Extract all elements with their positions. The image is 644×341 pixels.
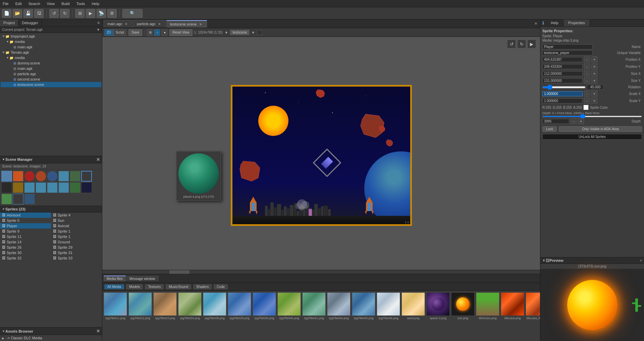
reset-view-btn[interactable]: Reset View bbox=[169, 29, 192, 36]
scene-thumb-16[interactable] bbox=[1, 194, 12, 204]
asteroid-top-center[interactable] bbox=[315, 89, 325, 100]
asset-rpgtile041[interactable]: rpgTile041.png bbox=[302, 292, 326, 340]
sprite-item-sprite5[interactable]: 🖼Sprite 5 bbox=[0, 218, 51, 223]
tree-item-tmpproject[interactable]: ▼ 📁 tmpproject.agk bbox=[1, 34, 101, 39]
tab-debugger[interactable]: Debugger bbox=[18, 19, 42, 27]
tab-project[interactable]: Project bbox=[0, 19, 18, 27]
filter-models[interactable]: Models bbox=[126, 284, 143, 289]
asteroid-small-1[interactable] bbox=[379, 126, 386, 133]
scene-thumb-1[interactable] bbox=[13, 171, 23, 182]
asset-rpgtile012[interactable]: rpgTile012.png bbox=[128, 292, 152, 340]
scene-thumb-2[interactable] bbox=[24, 171, 35, 182]
prop-depth-slider[interactable] bbox=[542, 116, 642, 117]
menu-tools[interactable]: Tools bbox=[75, 1, 87, 6]
scene-tab-main[interactable]: main.agc ✕ bbox=[104, 20, 132, 27]
sprite-item-astroid[interactable]: 🖼Astroid bbox=[51, 223, 102, 229]
rocket-left[interactable] bbox=[248, 196, 258, 215]
prop-scale-y-inc[interactable]: + bbox=[591, 98, 597, 104]
open-button[interactable]: 📂 bbox=[13, 9, 22, 18]
sprite-item-player[interactable]: 🖼Player bbox=[0, 223, 51, 229]
scene-thumb-17[interactable] bbox=[13, 194, 23, 204]
sprite-item-sprite14[interactable]: 🖼Sprite 14 bbox=[0, 239, 51, 245]
scene-dropdown2-icon[interactable]: ▼ bbox=[251, 31, 255, 35]
sprite-item-sprite32[interactable]: 🖼Sprite 32 bbox=[0, 255, 51, 261]
sprite-item-sprite31[interactable]: 🖼Sprite 31 bbox=[51, 250, 102, 255]
assets-tab-message[interactable]: Message window bbox=[126, 276, 158, 281]
tree-item-testscene[interactable]: ⊞ testscene.scene bbox=[1, 82, 101, 87]
filter-shaders[interactable]: Shaders bbox=[193, 284, 212, 289]
prop-depth-input[interactable] bbox=[542, 119, 569, 124]
undo-button[interactable]: ↺ bbox=[49, 9, 59, 18]
prop-name-input[interactable] bbox=[542, 44, 593, 49]
scene-manager-close[interactable]: ✕ bbox=[96, 157, 100, 162]
asset-rpgtile046[interactable]: rpgTile046.png bbox=[377, 292, 400, 340]
prop-size-y-dec[interactable]: - bbox=[584, 78, 590, 84]
sprite-item-sprite26[interactable]: 🖼Sprite 26 bbox=[0, 245, 51, 250]
redo-viewport-btn[interactable]: ↻ bbox=[517, 40, 526, 48]
scene-tab-testscene[interactable]: testscene.scene ✕ bbox=[166, 20, 207, 28]
prop-size-x-dec[interactable]: - bbox=[584, 70, 590, 77]
broadcast-button[interactable]: 📡 bbox=[97, 9, 106, 18]
scene-thumb-7[interactable] bbox=[81, 171, 92, 182]
sprite-item-sprite1b[interactable]: 🖼Sprite 1 bbox=[51, 234, 102, 239]
prop-pos-x-dec[interactable]: - bbox=[584, 56, 590, 62]
asset-rpgtile029[interactable]: rpgTile029.png bbox=[228, 292, 251, 340]
sprite-item-sun[interactable]: 🖼Sun bbox=[51, 218, 102, 223]
assets-browser-root[interactable]: ▶ -> Classic DLC Media bbox=[0, 335, 102, 341]
scene-color-swatch[interactable] bbox=[257, 30, 262, 35]
asset-rpgtile028[interactable]: rpgTile028.png bbox=[203, 292, 226, 340]
filter-code[interactable]: Code bbox=[214, 284, 228, 289]
asset-rpgtile044[interactable]: rpgTile044.png bbox=[327, 292, 351, 340]
sprite-item-ground[interactable]: 🖼Ground bbox=[51, 239, 102, 245]
scene-thumb-18[interactable] bbox=[24, 194, 35, 204]
assets-tab-media[interactable]: Media files bbox=[104, 276, 126, 281]
scene-tab-particle-close[interactable]: ✕ bbox=[157, 22, 162, 26]
scene-thumb-12[interactable] bbox=[47, 182, 58, 193]
asset-rpgtile024[interactable]: rpgTile024.png bbox=[178, 292, 202, 340]
menu-build[interactable]: Build bbox=[60, 1, 71, 6]
prop-size-x-inc[interactable]: + bbox=[591, 70, 597, 77]
sprite-item-sprite33[interactable]: 🖼Sprite 33 bbox=[51, 255, 102, 261]
scene-thumb-13[interactable] bbox=[58, 182, 69, 193]
project-panel-close[interactable]: ✕ bbox=[95, 19, 102, 27]
tree-item-media2[interactable]: ▼ 📁 media bbox=[1, 55, 101, 60]
scene-hscroll-thumb[interactable] bbox=[169, 270, 190, 274]
asset-rpgtile011[interactable]: rpgTile011.png bbox=[104, 292, 127, 340]
asset-space3[interactable]: space-3.png bbox=[426, 292, 450, 340]
prop-depth-dec[interactable]: - bbox=[571, 118, 577, 124]
prop-pos-y-dec[interactable]: - bbox=[584, 63, 590, 69]
scene-canvas[interactable]: 1:1 bbox=[231, 85, 412, 226]
menu-file[interactable]: File bbox=[1, 1, 10, 6]
scene-thumb-8[interactable] bbox=[1, 182, 12, 193]
asset-sand[interactable]: sand.png bbox=[401, 292, 425, 340]
filter-all-media[interactable]: All Media bbox=[104, 284, 124, 289]
prop-depth-inc[interactable]: + bbox=[578, 118, 584, 124]
prop-scale-x-input[interactable] bbox=[542, 91, 583, 96]
prop-color-swatch[interactable] bbox=[583, 105, 589, 110]
prop-size-x-input[interactable] bbox=[542, 71, 583, 76]
asset-rpgtile030[interactable]: rpgTile030.png bbox=[253, 292, 276, 340]
scene-hscrollbar[interactable] bbox=[102, 270, 540, 274]
scene-tab-main-close[interactable]: ✕ bbox=[123, 22, 129, 26]
tree-item-dummy[interactable]: ⊞ dummy.scene bbox=[1, 60, 101, 66]
scene-thumb-11[interactable] bbox=[36, 182, 46, 193]
play-viewport-btn[interactable]: ▶ bbox=[527, 40, 536, 48]
scene-viewport[interactable]: planet-4.png (273,273) bbox=[102, 37, 540, 274]
saveas-button[interactable]: 🖫 bbox=[34, 9, 44, 18]
tree-item-main1[interactable]: ⊞ main.agk bbox=[1, 44, 101, 50]
visible-agk-button[interactable]: Only Visible in AGK Area bbox=[559, 126, 642, 132]
preview-panel-close[interactable]: × bbox=[640, 258, 642, 262]
asset-sun[interactable]: sun.png bbox=[451, 292, 475, 340]
tree-item-second[interactable]: ⊞ second.scene bbox=[1, 77, 101, 82]
asteroid-small-2[interactable] bbox=[386, 139, 394, 148]
scene-thumb-0[interactable] bbox=[1, 171, 12, 182]
save-scene-btn[interactable]: Save bbox=[128, 29, 142, 36]
menu-view[interactable]: View bbox=[46, 1, 56, 6]
grid-button[interactable]: ⊞ bbox=[75, 9, 85, 18]
filter-music[interactable]: Music/Sound bbox=[166, 284, 191, 289]
asset-tilegrass[interactable]: tileGrass.png bbox=[476, 292, 499, 340]
menu-help[interactable]: Help bbox=[90, 1, 101, 6]
sun-sprite[interactable] bbox=[258, 106, 288, 136]
prop-pos-y-inc[interactable]: + bbox=[591, 63, 597, 69]
tab-help[interactable]: Help bbox=[546, 19, 564, 27]
